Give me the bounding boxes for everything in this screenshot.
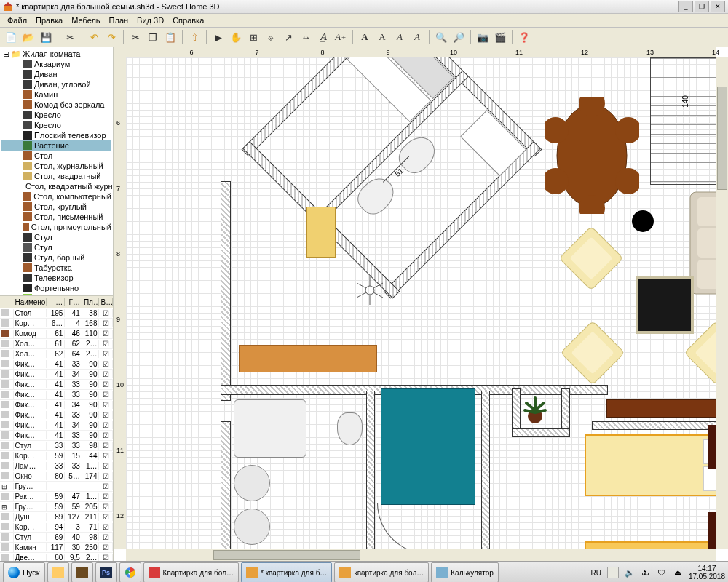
save-icon[interactable]: 💾 bbox=[38, 29, 54, 45]
add-furniture-icon[interactable]: ⇧ bbox=[186, 29, 202, 45]
visibility-checkbox[interactable]: ☑ bbox=[99, 503, 113, 511]
visibility-checkbox[interactable]: ☑ bbox=[99, 513, 113, 521]
start-button[interactable]: Пуск bbox=[3, 562, 45, 582]
visibility-checkbox[interactable]: ☑ bbox=[99, 360, 113, 368]
table-row[interactable]: Фик…413390☑ bbox=[0, 410, 113, 420]
catalog-item[interactable]: Кресло bbox=[1, 120, 111, 130]
catalog-item[interactable]: Диван bbox=[1, 69, 111, 79]
minimize-button[interactable]: _ bbox=[678, 1, 693, 12]
polyline-tool-icon[interactable]: ↗ bbox=[280, 29, 296, 45]
table-row[interactable]: Фик…413490☑ bbox=[0, 370, 113, 380]
quicklaunch-ps[interactable]: Ps bbox=[95, 562, 117, 582]
table-row[interactable]: Камин11730250☑ bbox=[0, 543, 113, 553]
catalog-item[interactable]: Кресло bbox=[1, 110, 111, 120]
shower[interactable] bbox=[381, 388, 475, 505]
dimension-tool-icon[interactable]: ↔ bbox=[298, 29, 314, 45]
visibility-checkbox[interactable]: ☑ bbox=[99, 452, 113, 460]
tray-expand-icon[interactable] bbox=[607, 567, 619, 578]
zoom-out-icon[interactable]: 🔎 bbox=[451, 29, 467, 45]
col-name[interactable]: Наименова… bbox=[14, 298, 47, 306]
visibility-checkbox[interactable]: ☑ bbox=[99, 482, 113, 490]
catalog-item[interactable]: Фортепьяно bbox=[1, 283, 111, 293]
redo-icon[interactable]: ↷ bbox=[103, 29, 119, 45]
cabinet[interactable] bbox=[306, 207, 336, 258]
visibility-checkbox[interactable]: ☑ bbox=[99, 330, 113, 338]
col-width[interactable]: … bbox=[47, 298, 65, 306]
video-icon[interactable]: 🎬 bbox=[492, 29, 508, 45]
table-row[interactable]: Хол…62642…☑ bbox=[0, 349, 113, 359]
visibility-checkbox[interactable]: ☑ bbox=[99, 411, 113, 419]
catalog-item[interactable]: Телевизор bbox=[1, 273, 111, 283]
visibility-checkbox[interactable]: ☑ bbox=[99, 523, 113, 531]
bathtub[interactable] bbox=[234, 399, 306, 458]
ceiling-fan-icon[interactable] bbox=[352, 272, 388, 308]
volume-icon[interactable]: 🔈 bbox=[625, 567, 635, 578]
menu-edit[interactable]: Правка bbox=[31, 16, 67, 25]
quicklaunch-chrome[interactable] bbox=[119, 562, 141, 582]
table-row[interactable]: Комод6146110☑ bbox=[0, 329, 113, 339]
photo-icon[interactable]: 📷 bbox=[475, 29, 491, 45]
catalog-item[interactable]: Стол, квадратный журнальный bbox=[1, 181, 111, 191]
menu-furniture[interactable]: Мебель bbox=[67, 16, 104, 25]
visibility-checkbox[interactable]: ☑ bbox=[99, 554, 113, 561]
italic-icon[interactable]: A bbox=[409, 29, 425, 45]
taskbar-app[interactable]: * квартирка для б… bbox=[241, 562, 332, 582]
furniture-list[interactable]: Наименова… … Г… Пл… В… Стол1954138☑Кор…6… bbox=[0, 296, 113, 561]
system-clock[interactable]: 14:17 17.05.2018 bbox=[689, 565, 725, 581]
table-row[interactable]: Стул333398☑ bbox=[0, 441, 113, 451]
nightstand[interactable] bbox=[708, 425, 716, 469]
av-icon[interactable]: 🛡 bbox=[657, 567, 667, 578]
table-row[interactable]: Хол…61622…☑ bbox=[0, 339, 113, 349]
eject-icon[interactable]: ⏏ bbox=[673, 567, 683, 578]
table-row[interactable]: Душ89127211☑ bbox=[0, 512, 113, 522]
nightstand[interactable] bbox=[708, 512, 716, 549]
visibility-checkbox[interactable]: ☑ bbox=[99, 319, 113, 327]
table-row[interactable]: Фик…413390☑ bbox=[0, 390, 113, 400]
visibility-checkbox[interactable]: ☑ bbox=[99, 543, 113, 551]
tv-stand[interactable] bbox=[606, 399, 716, 418]
visibility-checkbox[interactable]: ☑ bbox=[99, 380, 113, 388]
coffee-table[interactable] bbox=[636, 276, 694, 334]
open-file-icon[interactable]: 📂 bbox=[20, 29, 36, 45]
catalog-item[interactable]: Аквариум bbox=[1, 59, 111, 69]
network-icon[interactable]: 🖧 bbox=[641, 567, 651, 578]
visibility-checkbox[interactable]: ☑ bbox=[99, 431, 113, 439]
catalog-item[interactable]: Стул, барный bbox=[1, 252, 111, 263]
dining-table[interactable] bbox=[545, 97, 639, 214]
catalog-item[interactable]: Стул bbox=[1, 242, 111, 252]
furniture-catalog[interactable]: ⊟ 📁 Жилая комната АквариумДиванДиван, уг… bbox=[0, 47, 113, 296]
washer[interactable] bbox=[234, 509, 270, 545]
catalog-item[interactable]: Плоский телевизор bbox=[1, 130, 111, 140]
table-row[interactable]: Фик…413490☑ bbox=[0, 420, 113, 431]
catalog-item[interactable]: Стол, письменный bbox=[1, 212, 111, 222]
catalog-item[interactable]: Комод без зеркала bbox=[1, 100, 111, 110]
visibility-checkbox[interactable]: ☑ bbox=[99, 462, 113, 470]
paste-icon[interactable]: 📋 bbox=[162, 29, 178, 45]
table-row[interactable]: Кор…6…4168☑ bbox=[0, 319, 113, 329]
text-plus-icon[interactable]: A+ bbox=[333, 29, 349, 45]
horizontal-scrollbar[interactable] bbox=[126, 549, 716, 561]
vertical-scrollbar[interactable] bbox=[716, 57, 728, 549]
select-tool-icon[interactable]: ▶ bbox=[210, 29, 226, 45]
table-row[interactable]: Фик…413390☑ bbox=[0, 431, 113, 441]
preferences-icon[interactable]: ✂︎ bbox=[62, 29, 78, 45]
stool[interactable] bbox=[632, 210, 654, 232]
visibility-checkbox[interactable]: ☑ bbox=[99, 493, 113, 501]
room-tool-icon[interactable]: ⟐ bbox=[263, 29, 279, 45]
visibility-checkbox[interactable]: ☑ bbox=[99, 533, 113, 541]
visibility-checkbox[interactable]: ☑ bbox=[99, 350, 113, 358]
catalog-item[interactable]: Стол, журнальный bbox=[1, 161, 111, 171]
table-row[interactable]: Фик…413390☑ bbox=[0, 380, 113, 390]
table-row[interactable]: Кор…94371☑ bbox=[0, 522, 113, 533]
catalog-item[interactable]: Стул bbox=[1, 232, 111, 242]
plan-canvas[interactable]: 51 140 bbox=[126, 57, 716, 549]
bed[interactable] bbox=[585, 541, 716, 549]
font-inc-icon[interactable]: A bbox=[392, 29, 408, 45]
menu-plan[interactable]: План bbox=[105, 16, 133, 25]
table-row[interactable]: Кор…591544☑ bbox=[0, 451, 113, 461]
text-tool-icon[interactable]: A̲ bbox=[315, 29, 331, 45]
quicklaunch-folders[interactable] bbox=[47, 562, 69, 582]
quicklaunch-tc[interactable] bbox=[71, 562, 93, 582]
catalog-item[interactable]: Табуретка bbox=[1, 263, 111, 273]
catalog-item[interactable]: Камин bbox=[1, 89, 111, 100]
